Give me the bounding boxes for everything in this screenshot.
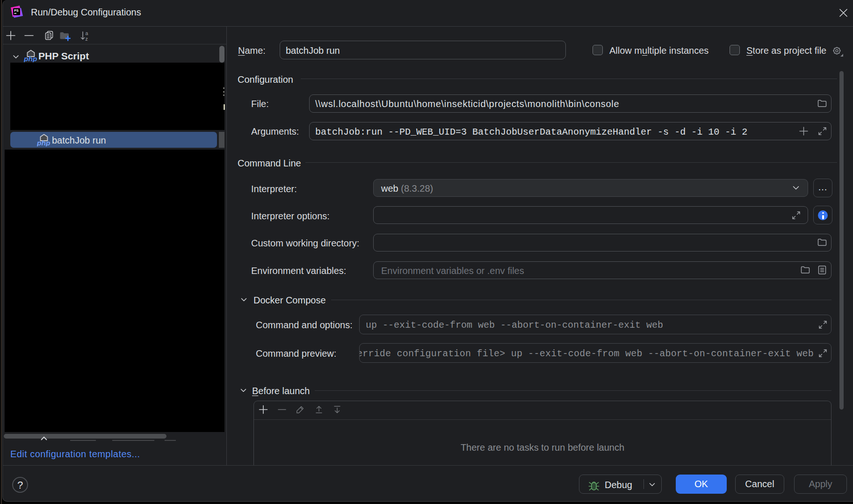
svg-text:php: php (24, 55, 37, 62)
svg-text:z: z (86, 36, 88, 41)
svg-text:a: a (86, 30, 88, 36)
svg-text:php: php (37, 139, 50, 146)
svg-text:PS: PS (14, 9, 19, 12)
